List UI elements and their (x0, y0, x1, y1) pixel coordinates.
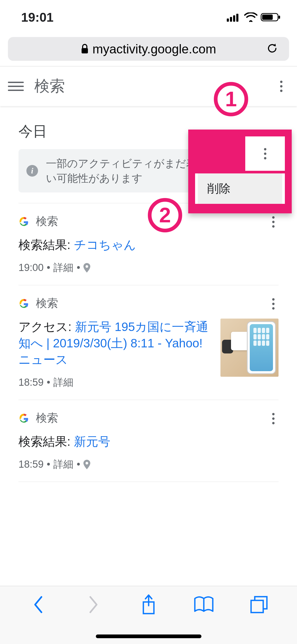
item-header: 検索 (18, 296, 279, 311)
item-thumbnail[interactable] (220, 319, 279, 377)
item-category: 検索 (36, 214, 58, 229)
safari-toolbar (0, 586, 297, 644)
address-bar[interactable]: myactivity.google.com (8, 37, 289, 61)
forward-button[interactable] (83, 594, 104, 615)
svg-rect-6 (279, 16, 280, 19)
item-prefix: アクセス: (18, 320, 75, 334)
reload-button[interactable] (266, 42, 279, 56)
svg-point-12 (86, 462, 88, 464)
status-icons (227, 12, 281, 22)
lock-icon (81, 44, 89, 54)
annotation-2-label: 2 (159, 203, 171, 227)
item-overflow-button[interactable] (268, 214, 279, 230)
annotation-popup: 削除 (188, 130, 292, 213)
popup-frame: 削除 (188, 130, 292, 213)
vertical-dots-icon (260, 146, 270, 162)
location-pin-icon (83, 460, 90, 469)
activity-item: 検索 アクセス: 新元号 195カ国に一斉通知へ | 2019/3/30(土) … (0, 285, 297, 400)
svg-rect-7 (82, 48, 88, 53)
status-time: 19:01 (21, 10, 54, 25)
back-button[interactable] (28, 594, 49, 615)
share-button[interactable] (138, 594, 159, 615)
battery-icon (261, 12, 281, 22)
svg-rect-0 (227, 19, 229, 22)
item-body: 検索結果: チコちゃん 19:00 • 詳細 • (18, 237, 279, 274)
annotation-1: 1 (214, 82, 248, 116)
section-title: 今日 (18, 122, 47, 141)
item-details[interactable]: 詳細 (53, 261, 73, 274)
item-meta: 19:00 • 詳細 • (18, 261, 279, 274)
book-icon (193, 596, 214, 613)
divider (18, 482, 279, 482)
google-icon (18, 413, 29, 423)
activity-item: 検索 検索結果: チコちゃん 19:00 • 詳細 • 2 (0, 203, 297, 285)
tabs-button[interactable] (248, 594, 270, 615)
page-header: 検索 (0, 66, 297, 106)
delete-menu-item[interactable]: 削除 (198, 173, 282, 204)
item-overflow-button[interactable] (268, 296, 279, 312)
chevron-left-icon (32, 595, 44, 614)
item-meta: 18:59 • 詳細 • (18, 458, 279, 471)
item-prefix: 検索結果: (18, 435, 74, 448)
vertical-dots-icon (268, 214, 279, 230)
item-details[interactable]: 詳細 (53, 376, 73, 389)
item-title[interactable]: アクセス: 新元号 195カ国に一斉通知へ | 2019/3/30(土) 8:1… (18, 319, 213, 368)
item-meta: 18:59 • 詳細 (18, 376, 213, 389)
annotation-1-label: 1 (225, 87, 237, 111)
item-title[interactable]: 検索結果: 新元号 (18, 433, 279, 450)
item-body: 検索結果: 新元号 18:59 • 詳細 • (18, 433, 279, 471)
chevron-right-icon (88, 595, 99, 614)
share-icon (141, 594, 157, 615)
svg-rect-1 (230, 17, 232, 22)
item-overflow-button[interactable] (268, 411, 279, 426)
home-indicator[interactable] (96, 634, 201, 638)
cellular-icon (227, 13, 241, 22)
menu-button[interactable] (8, 78, 24, 94)
annotation-2: 2 (148, 198, 182, 232)
tabs-icon (249, 595, 268, 614)
svg-rect-15 (251, 600, 263, 613)
popup-overflow-button[interactable] (245, 136, 285, 171)
url-text: myactivity.google.com (92, 42, 216, 56)
header-overflow-button[interactable] (276, 78, 286, 94)
activity-item: 検索 検索結果: 新元号 18:59 • 詳細 • (0, 400, 297, 482)
svg-rect-2 (233, 15, 235, 22)
item-time: 18:59 (18, 377, 44, 388)
google-icon (18, 298, 29, 309)
bookmarks-button[interactable] (193, 594, 214, 615)
item-header: 検索 (18, 411, 279, 425)
wifi-icon (244, 12, 257, 22)
vertical-dots-icon (268, 296, 279, 312)
reload-icon (266, 42, 279, 55)
svg-rect-3 (236, 14, 238, 22)
google-icon (18, 216, 29, 227)
location-pin-icon (83, 263, 90, 273)
svg-rect-5 (262, 15, 273, 20)
popup-menu: 削除 (195, 173, 285, 204)
safari-address-region: myactivity.google.com (0, 34, 297, 66)
ios-status-bar: 19:01 (0, 0, 297, 34)
item-prefix: 検索結果: (18, 238, 74, 252)
item-details[interactable]: 詳細 (53, 458, 73, 471)
item-link[interactable]: 新元号 (74, 435, 110, 448)
item-title[interactable]: 検索結果: チコちゃん (18, 237, 279, 253)
item-body: アクセス: 新元号 195カ国に一斉通知へ | 2019/3/30(土) 8:1… (18, 319, 279, 389)
svg-point-9 (86, 265, 88, 268)
item-category: 検索 (36, 296, 58, 311)
vertical-dots-icon (276, 78, 286, 94)
vertical-dots-icon (268, 411, 279, 426)
page-title: 検索 (34, 76, 65, 96)
info-icon: i (26, 165, 38, 177)
item-category: 検索 (36, 411, 58, 425)
item-time: 19:00 (18, 262, 44, 273)
item-link[interactable]: チコちゃん (74, 238, 136, 252)
item-time: 18:59 (18, 459, 44, 470)
address-text: myactivity.google.com (81, 42, 216, 56)
